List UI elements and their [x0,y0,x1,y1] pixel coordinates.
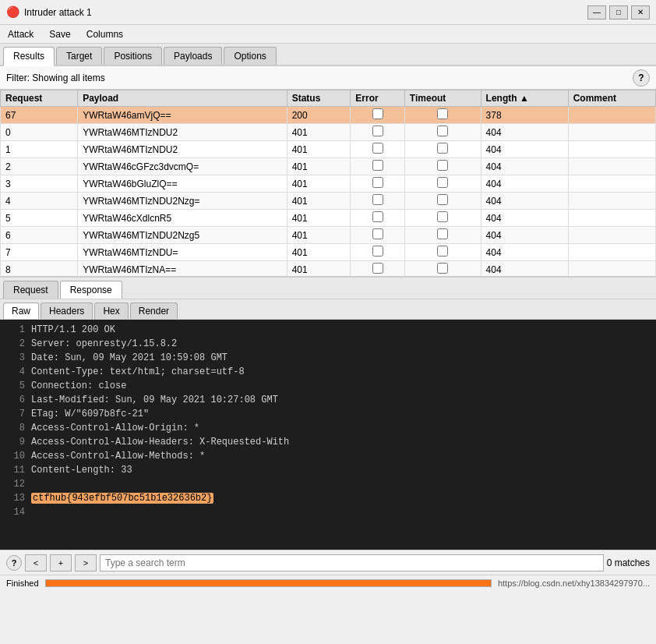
cell-request: 4 [1,193,78,210]
cell-status: 401 [287,141,351,158]
table-row[interactable]: 3 YWRtaW46bGluZlQ== 401 404 [1,175,656,193]
response-line: 7ETag: W/"6097b8fc-21" [6,407,650,421]
tab-hex[interactable]: Hex [94,303,128,319]
cell-length: 404 [481,141,568,158]
line-number: 5 [6,379,25,393]
filter-help-button[interactable]: ? [633,69,650,87]
table-header-row: Request Payload Status Error Timeout Len… [1,90,656,107]
cell-status: 401 [287,158,351,175]
cell-length: 404 [481,227,568,244]
col-length[interactable]: Length ▲ [481,90,568,107]
cell-timeout[interactable] [404,261,481,278]
line-number: 1 [6,323,25,337]
cell-error[interactable] [351,141,405,158]
table-row[interactable]: 6 YWRtaW46MTIzNDU2Nzg5 401 404 [1,227,656,244]
results-table: Request Payload Status Error Timeout Len… [0,90,656,277]
cell-timeout[interactable] [404,158,481,175]
cell-length: 378 [481,107,568,124]
cell-length: 404 [481,244,568,261]
tab-headers[interactable]: Headers [41,303,93,319]
table-row[interactable]: 2 YWRtaW46cGFzc3dvcmQ= 401 404 [1,158,656,175]
cell-timeout[interactable] [404,193,481,210]
cell-error[interactable] [351,175,405,193]
table-row[interactable]: 67 YWRtaW46amVjQ== 200 378 [1,107,656,124]
cell-payload: YWRtaW46cGFzc3dvcmQ= [78,158,287,175]
tab-options[interactable]: Options [224,47,276,65]
line-number: 9 [6,435,25,449]
cell-error[interactable] [351,227,405,244]
cell-error[interactable] [351,158,405,175]
cell-timeout[interactable] [404,124,481,141]
matches-count: 0 matches [607,557,650,568]
cell-error[interactable] [351,107,405,124]
close-button[interactable]: ✕ [631,5,650,19]
col-request[interactable]: Request [1,90,78,107]
cell-error[interactable] [351,244,405,261]
cell-payload: YWRtaW46MTIzNA== [78,261,287,278]
response-line: 5Connection: close [6,379,650,393]
cell-request: 67 [1,107,78,124]
cell-error[interactable] [351,210,405,227]
prev-button[interactable]: < [25,554,47,571]
tab-response[interactable]: Response [60,281,122,299]
line-number: 7 [6,407,25,421]
maximize-button[interactable]: □ [609,5,628,19]
response-line: 12 [6,477,650,491]
cell-request: 3 [1,175,78,193]
cell-timeout[interactable] [404,210,481,227]
tab-render[interactable]: Render [130,303,178,319]
cell-comment [568,175,655,193]
menu-columns[interactable]: Columns [82,27,128,41]
down-button[interactable]: > [75,554,97,571]
cell-timeout[interactable] [404,175,481,193]
search-input[interactable] [100,554,604,571]
tab-results[interactable]: Results [3,47,55,66]
cell-comment [568,141,655,158]
col-timeout[interactable]: Timeout [404,90,481,107]
cell-status: 401 [287,193,351,210]
filter-bar: Filter: Showing all items ? [0,66,656,90]
minimize-button[interactable]: — [587,5,606,19]
col-payload[interactable]: Payload [78,90,287,107]
tab-request[interactable]: Request [3,281,58,299]
cell-length: 404 [481,175,568,193]
table-row[interactable]: 8 YWRtaW46MTIzNA== 401 404 [1,261,656,278]
cell-error[interactable] [351,193,405,210]
table-row[interactable]: 4 YWRtaW46MTIzNDU2Nzg= 401 404 [1,193,656,210]
tab-payloads[interactable]: Payloads [164,47,222,65]
next-button[interactable]: + [50,554,72,571]
menu-attack[interactable]: Attack [3,27,38,41]
title-bar: 🔴 Intruder attack 1 — □ ✕ [0,0,656,25]
line-number: 6 [6,393,25,407]
col-error[interactable]: Error [351,90,405,107]
col-comment[interactable]: Comment [568,90,655,107]
tab-raw[interactable]: Raw [3,303,39,319]
response-line: 10Access-Control-Allow-Methods: * [6,449,650,463]
table-row[interactable]: 0 YWRtaW46MTIzNDU2 401 404 [1,124,656,141]
col-status[interactable]: Status [287,90,351,107]
cell-status: 401 [287,210,351,227]
cell-request: 0 [1,124,78,141]
menu-save[interactable]: Save [44,27,75,41]
cell-error[interactable] [351,124,405,141]
line-number: 3 [6,351,25,365]
menu-bar: Attack Save Columns [0,25,656,44]
table-row[interactable]: 5 YWRtaW46cXdlcnR5 401 404 [1,210,656,227]
cell-error[interactable] [351,261,405,278]
cell-length: 404 [481,158,568,175]
line-number: 8 [6,421,25,435]
response-line: 2Server: openresty/1.15.8.2 [6,337,650,351]
cell-timeout[interactable] [404,141,481,158]
bottom-help-button[interactable]: ? [6,555,22,571]
filter-text: Filter: Showing all items [6,73,633,83]
cell-timeout[interactable] [404,244,481,261]
tab-positions[interactable]: Positions [104,47,162,65]
cell-timeout[interactable] [404,107,481,124]
tab-target[interactable]: Target [56,47,102,65]
cell-payload: YWRtaW46bGluZlQ== [78,175,287,193]
response-content: 1HTTP/1.1 200 OK2Server: openresty/1.15.… [0,320,656,550]
cell-status: 401 [287,227,351,244]
table-row[interactable]: 1 YWRtaW46MTIzNDU2 401 404 [1,141,656,158]
table-row[interactable]: 7 YWRtaW46MTIzNDU= 401 404 [1,244,656,261]
cell-timeout[interactable] [404,227,481,244]
